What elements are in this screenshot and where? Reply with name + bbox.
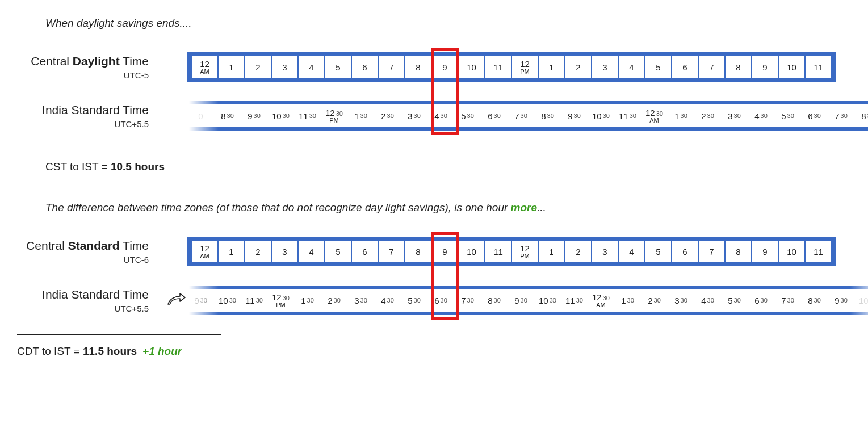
time-cell: 230 (375, 105, 400, 127)
intro-post: ... (537, 201, 546, 213)
time-cell: 12PM (512, 241, 538, 262)
time-cell: 1230AM (641, 105, 667, 127)
time-cell: 3 (592, 241, 618, 262)
time-cell: 10 (779, 241, 804, 262)
time-cell: 930 (188, 289, 213, 311)
time-cell: 930 (561, 105, 587, 127)
time-cell: 12AM (192, 56, 217, 78)
time-cell: 2 (245, 56, 271, 78)
time-strip-cdt: 12AM123456789101112PM1234567891011 (187, 52, 836, 82)
time-cell: 9 (432, 56, 458, 78)
time-cell: 8 (726, 56, 751, 78)
time-cell: 130 (348, 105, 374, 127)
tz-name-cst: Central Standard Time (0, 238, 149, 253)
time-cell: 730 (828, 105, 854, 127)
time-cell: 10 (459, 56, 484, 78)
row-cdt: Central Daylight Time UTC-5 12AM12345678… (0, 52, 868, 82)
arrow-col (165, 292, 187, 309)
time-cell: 1030 (855, 289, 868, 311)
time-cell: 11 (806, 56, 831, 78)
time-cell: 3 (592, 56, 618, 78)
label-cdt: Central Daylight Time UTC-5 (0, 54, 165, 79)
intro-text-1: When daylight savings ends.... (45, 17, 868, 30)
time-cell: 230 (641, 289, 667, 311)
time-cell: 6 (672, 241, 698, 262)
tz-name-post: Time (120, 54, 149, 68)
time-cell: 11 (485, 56, 511, 78)
time-cell: 730 (455, 289, 480, 311)
time-cell: 2 (245, 241, 271, 262)
time-cell: 1130 (615, 105, 640, 127)
tz-name-post: Time (120, 239, 149, 252)
time-cell: 430 (748, 105, 774, 127)
time-cell: 1130 (295, 105, 320, 127)
intro-more: more (511, 201, 537, 213)
tz-utc-cdt: UTC-5 (0, 70, 149, 80)
time-cell: 10 (459, 241, 484, 262)
time-strip-ist-1: 0830930103011301230PM1302303304305306307… (187, 101, 868, 131)
time-cell: 8 (405, 241, 431, 262)
result-pre: CDT to IST = (17, 345, 83, 357)
time-cell: 4 (619, 56, 644, 78)
time-cell: 1030 (215, 289, 240, 311)
time-cell: 1230AM (588, 289, 614, 311)
divider-2 (17, 334, 221, 335)
label-cst: Central Standard Time UTC-6 (0, 238, 165, 264)
time-cell: 6 (352, 56, 378, 78)
time-cell: 830 (855, 105, 868, 127)
time-cell: 3 (272, 56, 297, 78)
result-pre: CST to IST = (45, 161, 111, 173)
shift-arrow-icon (166, 292, 186, 309)
time-cell: 130 (295, 289, 320, 311)
time-cell: 330 (401, 105, 427, 127)
time-cell: 5 (645, 56, 671, 78)
time-cell: 930 (828, 289, 854, 311)
time-cell: 1 (539, 241, 564, 262)
intro-pre: The difference between time zones (of th… (45, 201, 511, 213)
time-cell: 1 (219, 241, 244, 262)
tz-name-ist-2: India Standard Time (0, 287, 149, 302)
time-cell: 130 (615, 289, 640, 311)
time-cell: 630 (748, 289, 774, 311)
label-ist-1: India Standard Time UTC+5.5 (0, 103, 165, 128)
time-strip-ist-2: 930103011301230PM13023033043053063073083… (187, 286, 868, 315)
time-cell: 7 (379, 241, 404, 262)
tz-name-pre: Central (26, 239, 68, 252)
time-cell: 630 (802, 105, 827, 127)
result-bold: 11.5 hours (83, 345, 137, 357)
tz-name-bold: Standard (68, 239, 120, 252)
time-cell: 130 (668, 105, 694, 127)
time-cell: 1230PM (268, 289, 293, 311)
row-ist-1: India Standard Time UTC+5.5 083093010301… (0, 101, 868, 131)
time-cell: 12AM (192, 241, 217, 262)
time-cell: 7 (699, 56, 724, 78)
tz-name-pre: Central (31, 54, 73, 68)
time-cell: 4 (299, 56, 324, 78)
time-cell: 6 (352, 241, 378, 262)
time-cell: 230 (321, 289, 347, 311)
time-cell: 530 (401, 289, 427, 311)
time-cell: 9 (752, 56, 778, 78)
time-cell: 930 (508, 289, 534, 311)
time-cell: 1030 (268, 105, 293, 127)
section-standard: The difference between time zones (of th… (0, 201, 868, 358)
tz-name-cdt: Central Daylight Time (0, 54, 149, 69)
time-cell: 430 (695, 289, 720, 311)
section-daylight: When daylight savings ends.... Central D… (0, 17, 868, 173)
time-cell: 8 (726, 241, 751, 262)
result-bold: 10.5 hours (111, 161, 165, 173)
time-cell: 0 (188, 105, 213, 127)
time-cell: 11 (806, 241, 831, 262)
tz-utc-ist-2: UTC+5.5 (0, 304, 149, 313)
time-cell: 4 (299, 241, 324, 262)
row-cst: Central Standard Time UTC-6 12AM12345678… (0, 237, 868, 266)
result-plus: +1 hour (142, 345, 182, 357)
time-cell: 230 (695, 105, 720, 127)
intro-text-2: The difference between time zones (of th… (45, 201, 868, 214)
time-cell: 10 (779, 56, 804, 78)
time-cell: 5 (325, 241, 351, 262)
tz-utc-cst: UTC-6 (0, 255, 149, 265)
time-cell: 930 (241, 105, 267, 127)
time-cell: 5 (645, 241, 671, 262)
time-cell: 4 (619, 241, 644, 262)
